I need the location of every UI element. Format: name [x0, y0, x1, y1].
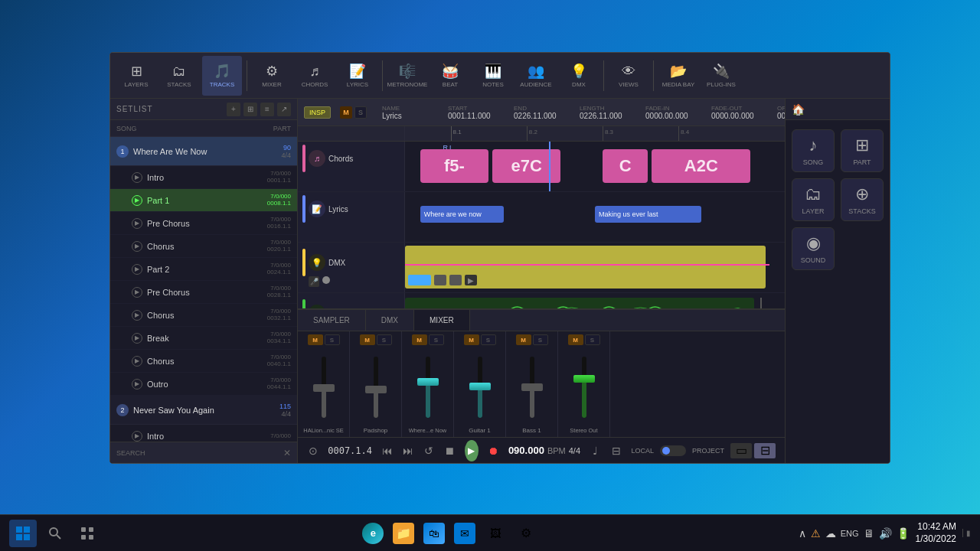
part-item-prechorus2[interactable]: ▶ Pre Chorus 7/0/0000028.1.1 — [110, 281, 297, 304]
track-solo-btn[interactable]: S — [354, 106, 367, 119]
ch-halion-fader[interactable] — [305, 348, 343, 425]
ch-guitar1-fader-handle[interactable] — [469, 383, 491, 390]
mixer-tab-dmx[interactable]: DMX — [366, 310, 414, 331]
part-item-part2[interactable]: ▶ Part 2 7/0/0000024.1.1 — [110, 258, 297, 281]
dmx-arrow-icon[interactable]: ▶ — [465, 275, 477, 285]
chord-block-c[interactable]: C — [603, 149, 648, 183]
search-button[interactable] — [41, 520, 69, 547]
local-project-toggle[interactable] — [660, 445, 686, 456]
mixer-tab-mixer[interactable]: MIXER — [414, 310, 470, 331]
transport-loop-icon[interactable]: ⊙ — [307, 442, 318, 460]
ch-padshop-solo[interactable]: S — [377, 334, 392, 345]
part-play-s2-intro[interactable]: ▶ — [132, 431, 142, 442]
toolbar-stacks[interactable]: 🗂 STACKS — [159, 56, 199, 96]
guitar-track-content[interactable] — [405, 293, 785, 308]
toolbar-lyrics[interactable]: 📝 LYRICS — [338, 56, 377, 96]
transport-play-button[interactable]: ▶ — [465, 440, 479, 461]
warning-tray-icon[interactable]: ⚠ — [811, 527, 821, 540]
part-play-prechorus2[interactable]: ▶ — [132, 287, 142, 298]
toolbar-views[interactable]: 👁 VIEWS — [609, 56, 648, 96]
transport-metronome-icon[interactable]: ♩ — [590, 442, 601, 460]
dmx-ctrl-2[interactable] — [434, 275, 446, 285]
toolbar-tracks[interactable]: 🎵 TRACKS — [202, 56, 242, 96]
ch-guitar1-solo[interactable]: S — [481, 334, 496, 345]
rp-stacks-button[interactable]: ⊕ STACKS — [841, 178, 884, 221]
ch-halion-fader-handle[interactable] — [313, 384, 335, 392]
ch-padshop-fader-handle[interactable] — [365, 386, 387, 393]
part-play-chorus1[interactable]: ▶ — [132, 241, 142, 252]
track-mute-btn[interactable]: M — [340, 106, 352, 119]
toolbar-notes[interactable]: 🎹 NOTES — [473, 56, 513, 96]
ch-stereoout-fader[interactable] — [565, 348, 603, 425]
ch-wherenow-solo[interactable]: S — [429, 334, 444, 345]
setlist-settings-button[interactable]: ⊞ — [243, 103, 257, 116]
lyric-block-2[interactable]: Making us ever last — [595, 206, 701, 223]
dmx-track-content[interactable]: ▶ — [405, 243, 785, 292]
part-play-outro[interactable]: ▶ — [132, 379, 142, 390]
lyric-block-1[interactable]: Where are we now — [420, 206, 504, 223]
song-item-1[interactable]: 1 Where Are We Now 90 4/4 — [110, 137, 297, 166]
view-single-btn[interactable]: ▭ — [730, 443, 752, 458]
toolbar-chords[interactable]: ♬ CHORDS — [295, 56, 335, 96]
store-icon[interactable]: 🛍 — [420, 520, 448, 547]
mail-icon[interactable]: ✉ — [451, 520, 479, 547]
photos-icon[interactable]: 🖼 — [482, 520, 509, 547]
part-play-prechorus1[interactable]: ▶ — [132, 218, 142, 229]
part-item-break[interactable]: ▶ Break 7/0/0000034.1.1 — [110, 327, 297, 350]
transport-record-icon[interactable]: ⏺ — [488, 442, 499, 460]
rp-layer-button[interactable]: 🗂 LAYER — [792, 178, 835, 221]
dmx-mic-icon[interactable]: 🎤 — [309, 276, 319, 287]
part-play-chorus3[interactable]: ▶ — [132, 356, 142, 367]
ch-padshop-mute[interactable]: M — [360, 334, 375, 345]
lyrics-track-content[interactable]: Where are we now Making us ever last — [405, 192, 785, 242]
part-play-part2[interactable]: ▶ — [132, 264, 142, 275]
ch-stereoout-mute[interactable]: M — [568, 334, 583, 345]
ch-bass1-solo[interactable]: S — [533, 334, 548, 345]
taskbar-time-display[interactable]: 10:42 AM 1/30/2022 — [916, 521, 956, 545]
toolbar-metronome[interactable]: 🎼 METRONOME — [387, 56, 427, 96]
battery-icon[interactable]: 🔋 — [897, 527, 910, 540]
toolbar-plug-ins[interactable]: 🔌 PLUG-INS — [701, 56, 741, 96]
part-item-chorus1[interactable]: ▶ Chorus 7/0/0000020.1.1 — [110, 235, 297, 258]
ch-bass1-mute[interactable]: M — [516, 334, 531, 345]
ch-wherenow-fader-handle[interactable] — [417, 378, 439, 386]
volume-icon[interactable]: 🔊 — [879, 527, 892, 540]
ch-padshop-fader[interactable] — [357, 348, 395, 425]
cloud-tray-icon[interactable]: ☁ — [825, 527, 836, 540]
edge-browser-icon[interactable]: e — [359, 520, 387, 547]
mixer-tab-sampler[interactable]: SAMPLER — [298, 310, 366, 331]
toolbar-audience[interactable]: 👥 AUDIENCE — [516, 56, 556, 96]
dmx-ctrl-3[interactable] — [449, 275, 462, 285]
part-play-break[interactable]: ▶ — [132, 333, 142, 344]
toolbar-layers[interactable]: ⊞ LAYERS — [116, 56, 156, 96]
part-item-prechorus1[interactable]: ▶ Pre Chorus 7/0/0000016.1.1 — [110, 212, 297, 235]
ch-stereoout-fader-handle[interactable] — [573, 375, 595, 383]
part-play-chorus2[interactable]: ▶ — [132, 310, 142, 321]
ch-bass1-fader-handle[interactable] — [521, 383, 543, 391]
ch-stereoout-solo[interactable]: S — [585, 334, 600, 345]
start-button[interactable] — [9, 520, 37, 547]
dmx-ctrl-1[interactable] — [408, 275, 431, 285]
toolbar-mixer[interactable]: ⚙ MIXER — [252, 56, 292, 96]
part-item-chorus2[interactable]: ▶ Chorus 7/0/0000032.1.1 — [110, 304, 297, 327]
ch-halion-mute[interactable]: M — [308, 334, 323, 345]
transport-bars-icon[interactable]: ⊟ — [610, 442, 622, 460]
transport-rewind-icon[interactable]: ⏮ — [381, 442, 393, 460]
setlist-sort-button[interactable]: ≡ — [260, 103, 274, 116]
ch-guitar1-mute[interactable]: M — [464, 334, 479, 345]
settings-icon[interactable]: ⚙ — [512, 520, 540, 547]
ch-halion-solo[interactable]: S — [325, 334, 340, 345]
dmx-rec-button[interactable] — [322, 276, 330, 284]
ch-wherenow-fader[interactable] — [409, 348, 447, 425]
chords-track-content[interactable]: R L f5- e7C C — [405, 142, 785, 191]
rp-song-button[interactable]: ♪ SONG — [792, 129, 835, 172]
ch-wherenow-mute[interactable]: M — [412, 334, 427, 345]
rp-sound-button[interactable]: ◉ SOUND — [792, 227, 835, 270]
network-icon[interactable]: 🖥 — [864, 527, 874, 540]
inst-button[interactable]: INSP — [304, 106, 331, 119]
toolbar-beat[interactable]: 🥁 BEAT — [430, 56, 470, 96]
view-split-btn[interactable]: ⊟ — [754, 443, 776, 458]
transport-forward-icon[interactable]: ⏭ — [402, 442, 413, 460]
part-item-part1[interactable]: ▶ Part 1 7/0/0000008.1.1 — [110, 189, 297, 212]
toolbar-media-bay[interactable]: 📂 MEDIA BAY — [658, 56, 698, 96]
